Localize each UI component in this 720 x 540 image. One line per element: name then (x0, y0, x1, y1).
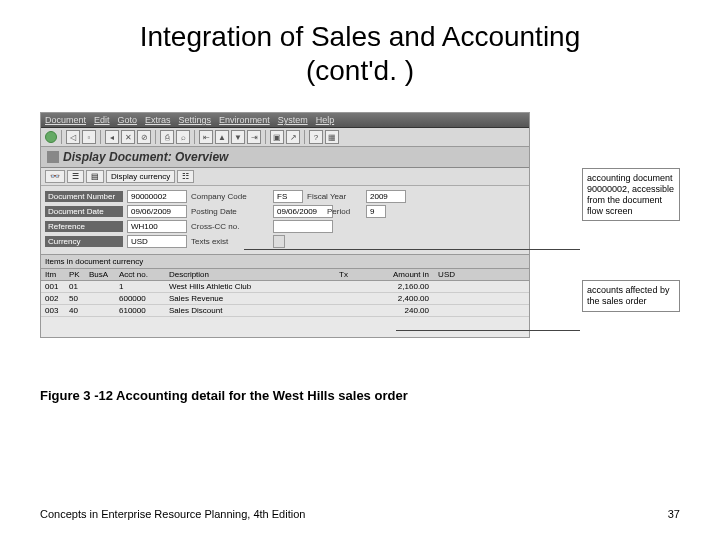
line-items-header: Items in document currency (41, 254, 529, 269)
table-row[interactable]: 003 40 610000 Sales Discount 240.00 (41, 305, 529, 317)
currency-label: Currency (45, 236, 123, 247)
slide-title: Integration of Sales and Accounting (con… (0, 0, 720, 97)
document-icon (47, 151, 59, 163)
col-acct: Acct no. (119, 270, 169, 279)
callout-line-1 (244, 249, 580, 250)
currency-field[interactable]: USD (127, 235, 187, 248)
period-label: Period (327, 207, 362, 216)
col-amount: Amount in (359, 270, 429, 279)
back-icon[interactable]: ◁ (66, 130, 80, 144)
save-icon[interactable]: ▫ (82, 130, 96, 144)
menu-help[interactable]: Help (316, 115, 335, 125)
company-code-label: Company Code (191, 192, 269, 201)
menubar: Document Edit Goto Extras Settings Envir… (41, 113, 529, 128)
tree-icon[interactable]: ☰ (67, 170, 84, 183)
layout-icon[interactable]: ▦ (325, 130, 339, 144)
annotation-doc-number: accounting document 90000002, accessible… (582, 168, 680, 221)
col-tx: Tx (339, 270, 359, 279)
col-busa: BusA (89, 270, 119, 279)
taxes-icon[interactable]: ▤ (86, 170, 104, 183)
col-itm: Itm (41, 270, 69, 279)
cross-cc-label: Cross-CC no. (191, 222, 269, 231)
posting-date-label: Posting Date (191, 207, 269, 216)
doc-date-label: Document Date (45, 206, 123, 217)
nav-exit-icon[interactable]: ✕ (121, 130, 135, 144)
next-page-icon[interactable]: ▼ (231, 130, 245, 144)
menu-environment[interactable]: Environment (219, 115, 270, 125)
company-code-field[interactable]: FS (273, 190, 303, 203)
footer-book-title: Concepts in Enterprise Resource Planning… (40, 508, 305, 520)
help-icon[interactable]: ? (309, 130, 323, 144)
reference-field[interactable]: WH100 (127, 220, 187, 233)
prev-page-icon[interactable]: ▲ (215, 130, 229, 144)
page-number: 37 (668, 508, 680, 520)
callout-line-2 (396, 330, 580, 331)
nav-cancel-icon[interactable]: ⊘ (137, 130, 151, 144)
posting-date-field[interactable]: 09/06/2009 (273, 205, 333, 218)
col-currency: USD (429, 270, 459, 279)
sap-window: Document Edit Goto Extras Settings Envir… (40, 112, 530, 338)
table-row[interactable]: 001 01 1 West Hills Athletic Club 2,160.… (41, 281, 529, 293)
overview-icon[interactable]: ☷ (177, 170, 194, 183)
doc-num-field[interactable]: 90000002 (127, 190, 187, 203)
nav-back-icon[interactable]: ◂ (105, 130, 119, 144)
fiscal-year-label: Fiscal Year (307, 192, 362, 201)
screen-title-bar: Display Document: Overview (41, 147, 529, 168)
cross-cc-field[interactable] (273, 220, 333, 233)
display-currency-button[interactable]: Display currency (106, 170, 175, 183)
menu-system[interactable]: System (278, 115, 308, 125)
texts-exist-label: Texts exist (191, 237, 269, 246)
find-icon[interactable]: ⌕ (176, 130, 190, 144)
doc-num-label: Document Number (45, 191, 123, 202)
shortcut-icon[interactable]: ↗ (286, 130, 300, 144)
document-header-form: Document Number 90000002 Company Code FS… (41, 186, 529, 254)
col-desc: Description (169, 270, 339, 279)
fiscal-year-field[interactable]: 2009 (366, 190, 406, 203)
table-row[interactable]: 002 50 600000 Sales Revenue 2,400.00 (41, 293, 529, 305)
content-area: Document Edit Goto Extras Settings Envir… (40, 112, 680, 338)
menu-goto[interactable]: Goto (118, 115, 138, 125)
col-pk: PK (69, 270, 89, 279)
texts-exist-checkbox[interactable] (273, 235, 285, 248)
last-page-icon[interactable]: ⇥ (247, 130, 261, 144)
reference-label: Reference (45, 221, 123, 232)
table-header: Itm PK BusA Acct no. Description Tx Amou… (41, 269, 529, 281)
main-toolbar: ◁ ▫ ◂ ✕ ⊘ ⎙ ⌕ ⇤ ▲ ▼ ⇥ ▣ ↗ ? ▦ (41, 128, 529, 147)
enter-icon[interactable] (45, 131, 57, 143)
menu-settings[interactable]: Settings (179, 115, 212, 125)
first-page-icon[interactable]: ⇤ (199, 130, 213, 144)
menu-document[interactable]: Document (45, 115, 86, 125)
figure-caption: Figure 3 -12 Accounting detail for the W… (40, 388, 680, 403)
app-toolbar: 👓 ☰ ▤ Display currency ☷ (41, 168, 529, 186)
menu-edit[interactable]: Edit (94, 115, 110, 125)
annotation-accounts: accounts affected by the sales order (582, 280, 680, 312)
period-field[interactable]: 9 (366, 205, 386, 218)
print-icon[interactable]: ⎙ (160, 130, 174, 144)
new-session-icon[interactable]: ▣ (270, 130, 284, 144)
menu-extras[interactable]: Extras (145, 115, 171, 125)
choose-icon[interactable]: 👓 (45, 170, 65, 183)
screen-title: Display Document: Overview (63, 150, 228, 164)
doc-date-field[interactable]: 09/06/2009 (127, 205, 187, 218)
